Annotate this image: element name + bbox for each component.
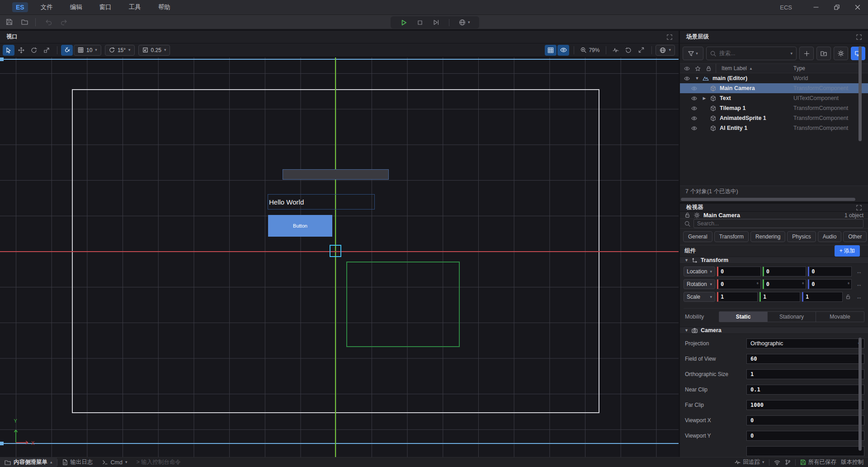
menu-window[interactable]: 窗口 [99, 3, 112, 11]
hierarchy-settings-button[interactable] [834, 47, 848, 60]
column-type[interactable]: Type [793, 65, 868, 71]
visibility-icon[interactable] [687, 105, 701, 111]
chevron-down-icon[interactable]: ▼ [693, 76, 701, 81]
scale-y-field[interactable]: 1 [760, 292, 800, 302]
location-x-field[interactable]: 0 [717, 267, 761, 276]
step-button[interactable] [433, 19, 439, 26]
minimize-button[interactable] [806, 0, 826, 15]
tab-rendering[interactable]: Rendering [750, 231, 785, 242]
tab-general[interactable]: General [683, 231, 712, 242]
object-settings-icon[interactable] [694, 212, 700, 218]
scale-dropdown[interactable]: Scale▾ [684, 292, 715, 302]
new-folder-button[interactable] [816, 47, 831, 60]
close-button[interactable] [847, 0, 868, 15]
zoom-control[interactable]: 79% [578, 47, 602, 53]
console-command-input[interactable]: > 输入控制台命令 [132, 457, 185, 467]
undo-button[interactable] [42, 16, 55, 28]
tab-physics[interactable]: Physics [787, 231, 816, 242]
branch-icon[interactable] [785, 459, 791, 465]
tree-row-animatedsprite[interactable]: AnimatedSprite 1 TransformComponent [680, 113, 868, 123]
visibility-icon[interactable] [687, 125, 701, 131]
cmd-dropdown[interactable]: Cmd ▾ [98, 457, 132, 467]
hierarchy-vscrollbar[interactable] [859, 46, 862, 141]
scale-z-field[interactable]: 1 [802, 292, 843, 302]
projection-select[interactable]: Orthographic ▼ [746, 338, 864, 348]
scale-tool[interactable] [41, 45, 52, 56]
hierarchy-expand-icon[interactable] [856, 34, 862, 40]
orthographic-size-input[interactable]: 1 [746, 369, 864, 379]
view-mode-dropdown[interactable]: ▾ [656, 45, 675, 56]
location-z-field[interactable]: 0 [808, 267, 852, 276]
unlock-icon[interactable] [684, 212, 690, 218]
fullscreen-button[interactable] [635, 45, 647, 56]
hierarchy-search-input[interactable] [719, 50, 787, 57]
rotation-x-field[interactable]: 0° [717, 279, 761, 289]
mobility-static[interactable]: Static [719, 312, 768, 322]
star-column-icon[interactable] [695, 66, 701, 71]
select-tool[interactable] [3, 45, 14, 56]
visibility-icon[interactable] [687, 86, 701, 91]
menu-help[interactable]: 帮助 [158, 3, 170, 11]
near-clip-input[interactable]: 0.1 [746, 385, 864, 395]
viewport-expand-icon[interactable] [667, 34, 672, 40]
filter-dropdown[interactable]: ▾ [683, 47, 703, 60]
rotate-tool[interactable] [28, 45, 40, 56]
menu-edit[interactable]: 编辑 [70, 3, 82, 11]
inspector-expand-icon[interactable] [856, 205, 862, 210]
backtrace-dropdown[interactable]: 回追踪 ▾ [735, 458, 764, 466]
scale-x-field[interactable]: 1 [717, 292, 758, 302]
content-drawer-button[interactable]: 内容侧滑菜单 ▴ [0, 457, 57, 467]
save-button[interactable] [3, 16, 15, 28]
hello-world-text[interactable]: Hello World [268, 194, 375, 210]
open-folder-button[interactable] [18, 16, 31, 28]
inspector-search-input[interactable] [697, 220, 860, 227]
menu-file[interactable]: 文件 [41, 3, 53, 11]
selection-handle[interactable] [330, 245, 341, 257]
hierarchy-search[interactable]: ▾ [706, 47, 797, 60]
grid-snap-dropdown[interactable]: 10 ▾ [74, 45, 101, 56]
visibility-icon[interactable] [687, 115, 701, 121]
tree-row-main-camera[interactable]: Main Camera TransformComponent [680, 83, 868, 93]
far-clip-input[interactable]: 1000 [746, 400, 864, 410]
link-axes-icon[interactable]: ↔ [854, 268, 864, 275]
camera-section-header[interactable]: ▼ Camera [680, 327, 868, 334]
gizmo-visibility-toggle[interactable] [557, 45, 569, 56]
output-log-button[interactable]: 输出日志 [57, 457, 98, 467]
panel-widget[interactable] [283, 169, 389, 180]
field-of-view-input[interactable]: 60 [746, 354, 864, 364]
ui-button-widget[interactable]: Button [268, 215, 332, 237]
rotate-snap-dropdown[interactable]: 15° ▾ [105, 45, 135, 56]
location-y-field[interactable]: 0 [763, 267, 807, 276]
uniform-scale-lock-icon[interactable] [844, 294, 852, 300]
tab-audio[interactable]: Audio [818, 231, 842, 242]
viewport-x-input[interactable]: 0 [746, 415, 864, 425]
tree-row-text[interactable]: ▶ Text UITextComponent [680, 93, 868, 103]
menu-tools[interactable]: 工具 [129, 3, 141, 11]
stop-button[interactable] [417, 19, 423, 26]
mobility-stationary[interactable]: Stationary [768, 312, 816, 322]
tree-row-tilemap[interactable]: Tilemap 1 TransformComponent [680, 103, 868, 113]
reset-view-button[interactable] [623, 45, 634, 56]
transform-section-header[interactable]: ▼ Transform [680, 257, 868, 264]
mobility-movable[interactable]: Movable [816, 312, 864, 322]
app-logo[interactable]: ES [12, 2, 28, 12]
grid-visibility-toggle[interactable] [545, 45, 557, 56]
lock-column-icon[interactable] [706, 66, 712, 71]
location-dropdown[interactable]: Location▾ [684, 267, 715, 276]
add-component-button[interactable]: + 添加 [835, 245, 860, 257]
network-icon[interactable] [774, 459, 780, 466]
viewport-canvas[interactable]: Hello World Button Y [0, 57, 679, 457]
tab-other[interactable]: Other [843, 231, 867, 242]
inspector-vscrollbar[interactable] [859, 338, 862, 451]
save-status[interactable]: 所有已保存 [800, 458, 837, 466]
scale-snap-dropdown[interactable]: 0.25 ▾ [138, 45, 170, 56]
rotation-z-field[interactable]: 0° [808, 279, 852, 289]
play-button[interactable] [400, 19, 407, 26]
move-tool[interactable] [15, 45, 27, 56]
link-axes-icon[interactable]: ↔ [854, 294, 864, 300]
version-control-button[interactable]: 版本控制 [841, 458, 863, 466]
visibility-icon[interactable] [680, 76, 693, 81]
redo-button[interactable] [57, 16, 70, 28]
link-axes-icon[interactable]: ↔ [854, 281, 864, 288]
tree-row-world[interactable]: ▼ main (Editor) World [680, 73, 868, 83]
